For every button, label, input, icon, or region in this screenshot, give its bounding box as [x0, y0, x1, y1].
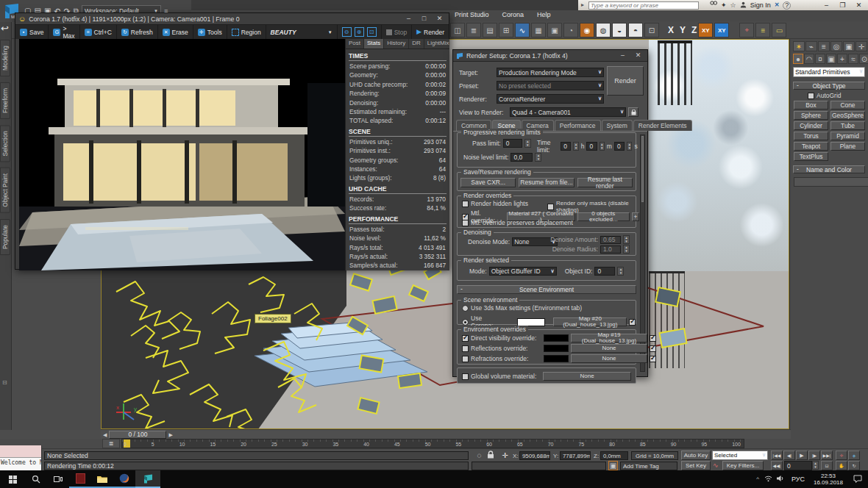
denoise-radius-field[interactable]: 1.0: [600, 245, 621, 254]
frame-spinner[interactable]: [812, 461, 819, 470]
spinner[interactable]: [627, 142, 632, 151]
modify-tab-icon[interactable]: ⌁: [805, 41, 817, 51]
direct-visibility-map-button[interactable]: Map #19 (Dual_house_13.jpg): [571, 334, 647, 342]
maxscript-mini-listener[interactable]: Welcome to M: [0, 445, 42, 471]
ribbon-tab[interactable]: Freeform: [0, 80, 10, 123]
taskbar-app-compass[interactable]: [69, 470, 91, 488]
object-type-button[interactable]: GeoSphere: [830, 111, 865, 120]
geometry-icon[interactable]: ●: [793, 54, 803, 64]
spinner[interactable]: [623, 245, 630, 254]
spinner[interactable]: [623, 235, 630, 244]
direct-visibility-map-checkbox[interactable]: [650, 335, 656, 342]
rsd-close-icon[interactable]: ✕: [632, 52, 644, 59]
set-key-button[interactable]: Set Key: [681, 461, 711, 470]
play-button[interactable]: ▶: [796, 451, 808, 460]
space-warps-icon[interactable]: ≈: [848, 54, 858, 64]
vfb-close-icon[interactable]: ✕: [433, 15, 446, 22]
material-editor-icon[interactable]: ◉: [580, 23, 594, 37]
search-input[interactable]: [588, 1, 699, 10]
layer-manager-icon[interactable]: ▤: [483, 23, 497, 37]
mirror-icon[interactable]: ◫: [450, 23, 465, 37]
refractions-map-checkbox[interactable]: [650, 356, 656, 362]
spinner[interactable]: [600, 142, 605, 151]
object-type-button[interactable]: Plane: [830, 142, 865, 151]
help-icon[interactable]: ?: [783, 1, 791, 10]
create-tab-icon[interactable]: ✶: [793, 41, 805, 51]
material-map-icon[interactable]: ◍: [596, 23, 611, 37]
hidden-lights-checkbox[interactable]: [462, 201, 469, 207]
lock-view-button[interactable]: [628, 107, 638, 117]
auto-key-button[interactable]: Auto Key: [681, 451, 711, 460]
a360-icon[interactable]: ✕: [775, 2, 780, 8]
motion-tab-icon[interactable]: ◎: [830, 41, 842, 51]
taskbar-3dsmax-active[interactable]: [135, 470, 160, 488]
keyboard-shortcut-toggle-icon[interactable]: ◈: [848, 451, 860, 460]
mini-curve-editor-icon[interactable]: ≣: [102, 439, 120, 448]
menu-help[interactable]: Help: [537, 11, 551, 18]
spinner[interactable]: [617, 267, 624, 276]
object-id-field[interactable]: 0: [594, 267, 615, 276]
pan-view-icon[interactable]: ✋: [836, 461, 847, 470]
target-dropdown[interactable]: Production Rendering Mode: [497, 68, 604, 77]
measure-icon[interactable]: ▭: [772, 23, 786, 37]
refractions-checkbox[interactable]: [462, 356, 469, 362]
menu-corona[interactable]: Corona: [502, 11, 524, 18]
primitives-category-dropdown[interactable]: Standard Primitives: [793, 67, 865, 77]
render-selected-mode-dropdown[interactable]: Object GBuffer ID: [489, 267, 557, 276]
exchange-icon[interactable]: ✦: [721, 2, 727, 9]
notification-center-icon[interactable]: [847, 475, 868, 484]
axis-plane-button[interactable]: XY: [714, 23, 729, 37]
time-slider-track[interactable]: ◀ 0 / 100 ▶: [101, 429, 791, 439]
rendered-frame-icon[interactable]: ⊡: [644, 23, 659, 37]
array-icon[interactable]: ▣: [547, 23, 562, 37]
object-type-button[interactable]: Sphere: [794, 111, 828, 120]
ribbon-tab[interactable]: Populate: [0, 217, 10, 259]
object-type-button[interactable]: Pyramid: [830, 132, 865, 140]
zoom-in-icon[interactable]: ⊕: [355, 27, 364, 37]
search-icon[interactable]: [710, 1, 717, 10]
object-type-button[interactable]: Cone: [830, 101, 865, 110]
ribbon-tab[interactable]: Modeling: [0, 37, 10, 80]
favorites-star-icon[interactable]: ☆: [730, 2, 736, 9]
object-type-rollout[interactable]: - Object Type: [793, 82, 865, 90]
time-tag-icon[interactable]: ▣: [608, 461, 618, 470]
render-setup-icon[interactable]: ◓: [628, 23, 643, 37]
save-resume-button[interactable]: Save CXR...: [460, 178, 516, 187]
coordinate-display-toggle-icon[interactable]: ✛: [500, 451, 510, 460]
time-slider-handle[interactable]: 0 / 100: [109, 431, 166, 439]
prev-frame-arrow-icon[interactable]: ◀: [101, 432, 109, 437]
tab-history[interactable]: History: [384, 39, 409, 49]
scene-environment-rollout[interactable]: - Scene Environment: [457, 285, 636, 294]
rsd-minimize-icon[interactable]: –: [616, 52, 629, 59]
refractions-swatch[interactable]: [544, 355, 569, 362]
key-step-icon[interactable]: ◀◀|: [771, 461, 783, 470]
vfb-canvas[interactable]: [19, 39, 345, 270]
snaps-icon[interactable]: ⌖: [739, 23, 754, 37]
vfb-region-button[interactable]: Region: [227, 25, 266, 39]
key-filters-button[interactable]: Key Filters...: [722, 461, 764, 470]
use-corona-radio[interactable]: [462, 319, 469, 326]
reflections-swatch[interactable]: [544, 345, 569, 352]
name-color-rollout[interactable]: - Name and Color: [793, 165, 865, 173]
use-max-settings-radio[interactable]: [462, 305, 469, 312]
display-tab-icon[interactable]: ▣: [843, 41, 855, 51]
preserve-displacement-checkbox[interactable]: [462, 220, 469, 226]
user-icon[interactable]: [740, 1, 747, 10]
vfb-minimize-icon[interactable]: –: [402, 15, 415, 22]
macro-recorder-pane[interactable]: [0, 445, 41, 458]
save-resume-button[interactable]: Resume last render: [577, 178, 633, 187]
sign-in-link[interactable]: Sign In: [750, 1, 771, 9]
volume-icon[interactable]: [775, 475, 787, 484]
global-volume-material-button[interactable]: None: [543, 372, 631, 381]
taskbar-firefox[interactable]: [113, 470, 135, 488]
vfb-refresh-button[interactable]: ↻Refresh: [117, 25, 158, 39]
vfb-save-button[interactable]: ▪Save: [15, 25, 49, 39]
utilities-tab-icon[interactable]: ✛: [855, 41, 867, 51]
vfb-erase-button[interactable]: ✕Erase: [158, 25, 193, 39]
shapes-icon[interactable]: ◠: [804, 54, 814, 64]
denoise-amount-field[interactable]: 0.65: [600, 236, 621, 244]
view-to-render-dropdown[interactable]: Quad 4 - Camera001: [510, 107, 626, 117]
tray-overflow-icon[interactable]: ^: [753, 476, 762, 482]
previous-frame-button[interactable]: ◀|: [783, 451, 795, 460]
current-frame-field[interactable]: 0: [784, 461, 812, 470]
